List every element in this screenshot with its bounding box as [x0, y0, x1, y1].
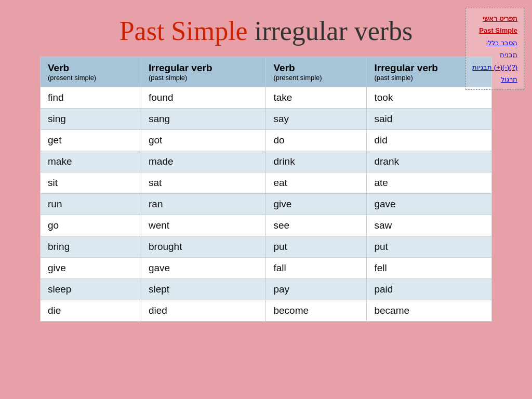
cell-9-3: paid	[367, 279, 492, 300]
cell-6-3: saw	[367, 215, 492, 236]
cell-4-1: sat	[141, 172, 266, 194]
verb-table: Verb (present simple) Irregular verb (pa…	[40, 57, 492, 322]
page-container: תפריט ראשי Past Simple הסבר כללי תבנית ת…	[0, 0, 532, 399]
cell-4-2: eat	[266, 172, 367, 194]
cell-7-2: put	[266, 236, 367, 258]
table-row: diediedbecomebecame	[41, 300, 492, 322]
cell-3-3: drank	[367, 151, 492, 172]
nav-item-tirgul[interactable]: תרגול	[472, 73, 517, 85]
cell-0-0: find	[41, 87, 141, 109]
table-row: sleepsleptpaypaid	[41, 279, 492, 300]
cell-7-3: put	[367, 236, 492, 258]
cell-6-1: went	[141, 215, 266, 236]
cell-5-3: gave	[367, 194, 492, 215]
cell-8-0: give	[41, 258, 141, 279]
cell-6-2: see	[266, 215, 367, 236]
table-wrapper: Verb (present simple) Irregular verb (pa…	[40, 57, 492, 322]
cell-0-3: took	[367, 87, 492, 109]
cell-3-2: drink	[266, 151, 367, 172]
cell-2-3: did	[367, 130, 492, 151]
cell-1-0: sing	[41, 109, 141, 130]
cell-3-1: made	[141, 151, 266, 172]
cell-5-2: give	[266, 194, 367, 215]
cell-3-0: make	[41, 151, 141, 172]
nav-item-past-simple[interactable]: Past Simple	[472, 24, 517, 36]
header-verb-present: Verb (present simple)	[41, 57, 141, 87]
table-row: gowentseesaw	[41, 215, 492, 236]
cell-8-1: gave	[141, 258, 266, 279]
cell-9-0: sleep	[41, 279, 141, 300]
cell-4-0: sit	[41, 172, 141, 194]
cell-0-2: take	[266, 87, 367, 109]
table-header-row: Verb (present simple) Irregular verb (pa…	[41, 57, 492, 87]
table-row: sitsateatate	[41, 172, 492, 194]
title-past-simple: Past Simple	[119, 16, 248, 46]
table-row: givegavefallfell	[41, 258, 492, 279]
table-row: makemadedrinkdrank	[41, 151, 492, 172]
cell-8-2: fall	[266, 258, 367, 279]
page-title: Past Simple irregular verbs	[16, 10, 516, 46]
cell-1-3: said	[367, 109, 492, 130]
table-row: runrangivegave	[41, 194, 492, 215]
cell-10-3: became	[367, 300, 492, 322]
cell-4-3: ate	[367, 172, 492, 194]
cell-6-0: go	[41, 215, 141, 236]
table-row: bringbroughtputput	[41, 236, 492, 258]
header-verb-present-2: Verb (present simple)	[266, 57, 367, 87]
cell-10-1: died	[141, 300, 266, 322]
table-row: getgotdodid	[41, 130, 492, 151]
cell-9-1: slept	[141, 279, 266, 300]
cell-0-1: found	[141, 87, 266, 109]
table-row: findfoundtaketook	[41, 87, 492, 109]
cell-7-1: brought	[141, 236, 266, 258]
cell-5-1: ran	[141, 194, 266, 215]
title-irregular-verbs: irregular verbs	[255, 16, 413, 46]
cell-2-0: get	[41, 130, 141, 151]
nav-item-hasbara[interactable]: הסבר כללי	[472, 37, 517, 49]
cell-10-0: die	[41, 300, 141, 322]
cell-2-1: got	[141, 130, 266, 151]
cell-1-2: say	[266, 109, 367, 130]
header-irregular-past: Irregular verb (past simple)	[141, 57, 266, 87]
cell-2-2: do	[266, 130, 367, 151]
cell-8-3: fell	[367, 258, 492, 279]
nav-item-tavniot[interactable]: תבניות (+)(-)(?)	[472, 61, 517, 73]
cell-10-2: become	[266, 300, 367, 322]
nav-item-tafrit[interactable]: תפריט ראשי	[472, 12, 517, 24]
cell-9-2: pay	[266, 279, 367, 300]
table-row: singsangsaysaid	[41, 109, 492, 130]
cell-1-1: sang	[141, 109, 266, 130]
cell-7-0: bring	[41, 236, 141, 258]
nav-item-tavnit[interactable]: תבנית	[472, 49, 517, 61]
sidebar-nav: תפריט ראשי Past Simple הסבר כללי תבנית ת…	[466, 8, 524, 90]
cell-5-0: run	[41, 194, 141, 215]
